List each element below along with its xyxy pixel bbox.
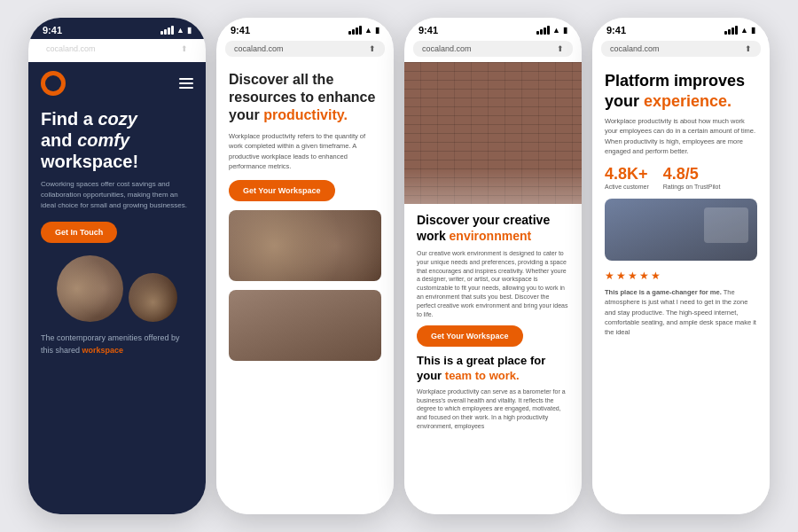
- logo-inner-1: [45, 75, 61, 91]
- url-4: cocaland.com: [610, 44, 660, 53]
- phone1-headline: Find a cozy and comfy workspace!: [41, 108, 193, 172]
- phone1-header: [41, 71, 193, 96]
- wifi-icon-1: ▲: [176, 26, 184, 35]
- stat-active-customers: 4.8K+ Active customer: [605, 165, 649, 190]
- stat1-label: Active customer: [605, 184, 649, 190]
- stats-row: 4.8K+ Active customer 4.8/5 Ratings on T…: [605, 165, 757, 190]
- address-bar-1[interactable]: cocaland.com ⬆: [37, 41, 197, 57]
- phone4-content-wrapper: Platform improves your experience. Workp…: [592, 62, 770, 514]
- status-bar-1: 9:41 ▲ ▮: [28, 18, 206, 39]
- stat2-label: Ratings on TrustPilot: [663, 184, 721, 190]
- phone2-body: Workplace productivity refers to the qua…: [229, 131, 381, 171]
- share-icon-2: ⬆: [369, 44, 376, 53]
- team-orange: team to work.: [445, 369, 520, 382]
- status-icons-3: ▲ ▮: [536, 26, 567, 35]
- hamburger-menu-1[interactable]: [179, 78, 193, 89]
- phone3-bottom-content: Discover your creative work environnment…: [404, 204, 582, 447]
- phone1-cta[interactable]: Get In Touch: [41, 222, 117, 243]
- phone2-inner: Discover all the resources to enhance yo…: [216, 62, 394, 514]
- headline-workspace: workspace!: [41, 152, 138, 171]
- time-3: 9:41: [419, 25, 438, 35]
- headline-productivity: productivity.: [263, 107, 348, 122]
- phone1-bottom: The contemporary amenities offered by th…: [41, 332, 193, 356]
- headline-comfy: comfy: [77, 130, 129, 150]
- phone3-top-image: [404, 62, 582, 204]
- status-bar-2: 9:41 ▲ ▮: [216, 18, 394, 39]
- wifi-icon-4: ▲: [740, 26, 748, 35]
- star-1: ★: [605, 270, 614, 282]
- signal-icon-2: [348, 26, 362, 35]
- star-4: ★: [639, 270, 649, 282]
- creative-orange: environnment: [450, 229, 532, 243]
- time-4: 9:41: [606, 25, 626, 35]
- headline-and: and: [41, 130, 77, 150]
- status-bar-4: 9:41 ▲ ▮: [592, 18, 770, 39]
- star-3: ★: [628, 270, 638, 282]
- battery-icon-4: ▮: [751, 26, 755, 35]
- phone3-inner: Discover your creative work environnment…: [404, 62, 582, 514]
- phone4-body: Workplace productivity is about how much…: [605, 116, 757, 156]
- battery-icon-1: ▮: [187, 26, 192, 35]
- stat-ratings: 4.8/5 Ratings on TrustPilot: [663, 165, 721, 190]
- phone3-content-wrapper: Discover your creative work environnment…: [404, 62, 582, 514]
- team-body: Workplace productivity can serve as a ba…: [417, 387, 569, 431]
- wifi-icon-2: ▲: [364, 26, 372, 35]
- stat1-number: 4.8K+: [605, 165, 649, 184]
- phone1-content: Find a cozy and comfy workspace! Coworki…: [28, 62, 206, 514]
- stars-row: ★ ★ ★ ★ ★: [605, 270, 757, 282]
- team-section: This is a great place for your team to w…: [417, 354, 569, 430]
- phone-frame-4: 9:41 ▲ ▮ cocaland.com ⬆ Platform improve…: [592, 18, 770, 514]
- phone4-inner: Platform improves your experience. Workp…: [592, 62, 770, 514]
- time-2: 9:41: [231, 25, 250, 35]
- share-icon-4: ⬆: [745, 44, 752, 53]
- bottom-orange: workspace: [82, 346, 124, 355]
- status-icons-1: ▲ ▮: [160, 26, 192, 35]
- address-bar-4[interactable]: cocaland.com ⬆: [601, 41, 761, 57]
- stat2-number: 4.8/5: [663, 165, 721, 184]
- wifi-icon-3: ▲: [552, 26, 560, 35]
- phone3-headline: Discover your creative work environnment: [417, 213, 569, 244]
- status-icons-2: ▲ ▮: [348, 26, 379, 35]
- review-bold: This place is a game-changer for me.: [605, 288, 722, 296]
- circle-image-large: [57, 255, 123, 322]
- signal-icon-1: [160, 26, 174, 35]
- url-3: cocaland.com: [422, 44, 472, 53]
- experience-orange: experience.: [644, 92, 732, 110]
- phone3-body: Our creative work environment is designe…: [417, 249, 569, 318]
- phone2-cta[interactable]: Get Your Workspace: [229, 180, 335, 201]
- signal-icon-3: [536, 26, 550, 35]
- headline-find: Find a: [41, 109, 98, 129]
- phone4-image: [605, 199, 757, 261]
- logo-1: [41, 71, 66, 96]
- phone1-inner: Find a cozy and comfy workspace! Coworki…: [28, 62, 206, 514]
- headline-cozy: cozy: [98, 109, 137, 129]
- status-bar-3: 9:41 ▲ ▮: [404, 18, 582, 39]
- star-2: ★: [616, 270, 626, 282]
- phone1-images: [41, 255, 193, 322]
- share-icon-1: ⬆: [181, 44, 188, 53]
- battery-icon-2: ▮: [375, 26, 379, 35]
- phone-frame-3: 9:41 ▲ ▮ cocaland.com ⬆ Discover your cr…: [404, 18, 582, 514]
- phone3-cta[interactable]: Get Your Workspace: [417, 325, 523, 347]
- phone2-content-wrapper: Discover all the resources to enhance yo…: [216, 62, 394, 514]
- star-5: ★: [651, 270, 661, 282]
- url-2: cocaland.com: [234, 44, 284, 53]
- address-bar-2[interactable]: cocaland.com ⬆: [225, 41, 385, 57]
- time-1: 9:41: [43, 25, 62, 35]
- address-bar-3[interactable]: cocaland.com ⬆: [413, 41, 573, 57]
- url-1: cocaland.com: [46, 44, 96, 53]
- phone2-headline: Discover all the resources to enhance yo…: [229, 71, 381, 124]
- team-headline: This is a great place for your team to w…: [417, 354, 569, 383]
- phone-frame-1: 9:41 ▲ ▮ cocaland.com ⬆: [28, 18, 206, 514]
- phone4-headline: Platform improves your experience.: [605, 71, 757, 111]
- phone2-image-bottom: [229, 290, 381, 361]
- phone1-hero: Find a cozy and comfy workspace! Coworki…: [41, 108, 193, 243]
- circle-image-small: [129, 273, 177, 322]
- phone-frame-2: 9:41 ▲ ▮ cocaland.com ⬆ Discover all the…: [216, 18, 394, 514]
- status-icons-4: ▲ ▮: [724, 26, 755, 35]
- signal-icon-4: [724, 26, 738, 35]
- phone2-image-top: [229, 210, 381, 281]
- share-icon-3: ⬆: [557, 44, 564, 53]
- review-text: This place is a game-changer for me. The…: [605, 287, 757, 337]
- phone1-subtext: Coworking spaces offer cost savings and …: [41, 179, 193, 211]
